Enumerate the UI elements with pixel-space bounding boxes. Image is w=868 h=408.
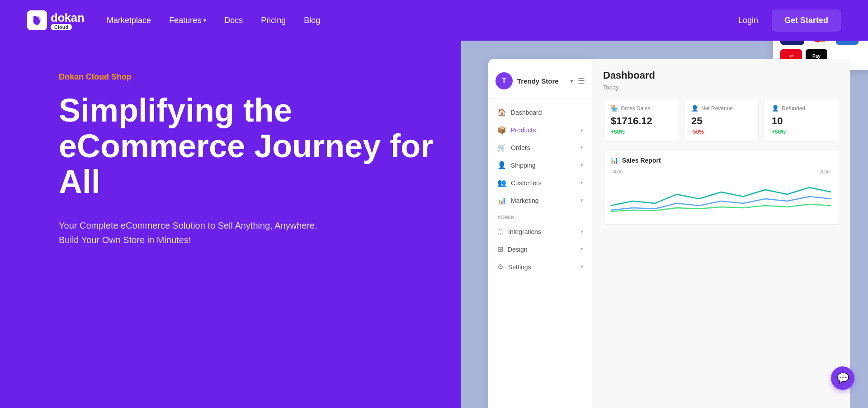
sidebar-item-customers[interactable]: 👥 Customers ▾ bbox=[492, 174, 589, 192]
sidebar-item-products[interactable]: 📦 Products ▴ bbox=[492, 121, 589, 139]
customers-chevron-icon: ▾ bbox=[580, 180, 583, 186]
orders-chevron-icon: ▾ bbox=[580, 145, 583, 150]
integrations-chevron-icon: ▾ bbox=[580, 229, 583, 234]
customers-icon: 👥 bbox=[497, 178, 506, 187]
sidebar-label-customers: Customers bbox=[511, 179, 542, 187]
logo-icon bbox=[27, 10, 47, 30]
hero-label: Dokan Cloud Shop bbox=[59, 72, 434, 82]
store-chevron-icon: ▾ bbox=[570, 77, 573, 84]
gross-sales-change: +50% bbox=[611, 129, 670, 135]
sidebar-item-integrations[interactable]: ⬡ Integrations ▾ bbox=[492, 223, 589, 240]
today-label: Today bbox=[603, 84, 839, 91]
nav-marketplace[interactable]: Marketplace bbox=[107, 16, 151, 25]
dashboard-title: Dashboard bbox=[603, 70, 839, 81]
orders-icon: 🛒 bbox=[497, 143, 506, 152]
store-header[interactable]: T Trendy Store ▾ ☰ bbox=[488, 68, 592, 99]
sales-report-header: 📊 Sales Report bbox=[611, 157, 831, 164]
dashboard-mockup: T Trendy Store ▾ ☰ 🏠 Dashboard 📦 bbox=[488, 59, 850, 408]
sidebar: T Trendy Store ▾ ☰ 🏠 Dashboard 📦 bbox=[488, 59, 592, 408]
sidebar-label-dashboard: Dashboard bbox=[511, 109, 542, 116]
features-chevron-icon: ▾ bbox=[203, 17, 206, 23]
refunded-change: +50% bbox=[772, 129, 831, 135]
dashboard-icon: 🏠 bbox=[497, 108, 506, 117]
login-button[interactable]: Login bbox=[738, 16, 758, 25]
chart-y-4000: 4000 bbox=[613, 169, 623, 174]
main-nav: Marketplace Features ▾ Docs Pricing Blog bbox=[107, 16, 320, 25]
sidebar-label-settings: Settings bbox=[508, 263, 531, 271]
refunded-icon: 👤 bbox=[772, 105, 779, 112]
sales-chart bbox=[611, 176, 831, 212]
header-right: Login Get Started bbox=[738, 9, 841, 32]
get-started-button[interactable]: Get Started bbox=[772, 9, 841, 32]
marketing-icon: 📊 bbox=[497, 196, 506, 205]
sidebar-label-orders: Orders bbox=[511, 144, 530, 151]
admin-section-label: Admin bbox=[488, 209, 592, 223]
shipping-chevron-icon: ▾ bbox=[580, 162, 583, 168]
sidebar-label-marketing: Marketing bbox=[511, 197, 538, 204]
settings-icon: ⚙ bbox=[497, 263, 504, 271]
integrations-icon: ⬡ bbox=[497, 227, 504, 236]
hero-subtitle: Your Complete eCommerce Solution to Sell… bbox=[59, 218, 321, 247]
sales-report-label: Sales Report bbox=[622, 157, 661, 164]
sidebar-label-shipping: Shipping bbox=[511, 162, 536, 169]
sidebar-item-dashboard[interactable]: 🏠 Dashboard bbox=[492, 103, 589, 121]
gross-sales-value: $1716.12 bbox=[611, 115, 670, 127]
nav-features[interactable]: Features ▾ bbox=[169, 16, 206, 25]
menu-icon[interactable]: ☰ bbox=[578, 76, 585, 86]
chart-y-labels: 4000 3000 bbox=[611, 169, 831, 174]
design-icon: ⊞ bbox=[497, 245, 503, 253]
hero-title: Simplifying the eCommerce Journey for Al… bbox=[59, 93, 434, 200]
logo[interactable]: dokan Cloud bbox=[27, 10, 84, 30]
header-left: dokan Cloud Marketplace Features ▾ Docs … bbox=[27, 10, 320, 30]
logo-name: dokan bbox=[51, 11, 84, 25]
sidebar-item-design[interactable]: ⊞ Design ▾ bbox=[492, 240, 589, 258]
admin-nav: ⬡ Integrations ▾ ⊞ Design ▾ bbox=[488, 223, 592, 276]
marketing-chevron-icon: ▾ bbox=[580, 197, 583, 203]
gross-sales-icon: 🏪 bbox=[611, 105, 618, 112]
header: dokan Cloud Marketplace Features ▾ Docs … bbox=[0, 0, 868, 41]
settings-chevron-icon: ▾ bbox=[580, 264, 583, 270]
sidebar-nav: 🏠 Dashboard 📦 Products ▴ 🛒 bbox=[488, 103, 592, 209]
right-panel: Payment ⬜ VISA AMEX UP Pay bbox=[461, 0, 868, 408]
refunded-label: Refunded bbox=[782, 105, 805, 112]
stats-row: 🏪 Gross Sales $1716.12 +50% 👤 Net Revenu… bbox=[603, 98, 839, 142]
stat-net-revenue: 👤 Net Revenue 25 -50% bbox=[684, 98, 759, 142]
net-revenue-icon: 👤 bbox=[691, 105, 698, 112]
shipping-icon: 👤 bbox=[497, 161, 506, 169]
main-area: Dokan Cloud Shop Simplifying the eCommer… bbox=[0, 0, 868, 408]
sales-report-card: 📊 Sales Report 4000 3000 bbox=[603, 149, 839, 225]
chat-bubble-button[interactable]: 💬 bbox=[831, 366, 854, 390]
products-chevron-icon: ▴ bbox=[580, 127, 583, 133]
hero-section: Dokan Cloud Shop Simplifying the eCommer… bbox=[0, 0, 461, 408]
products-icon: 📦 bbox=[497, 126, 506, 134]
sidebar-label-products: Products bbox=[511, 127, 536, 134]
chart-y-3000: 3000 bbox=[820, 169, 830, 174]
sidebar-item-marketing[interactable]: 📊 Marketing ▾ bbox=[492, 192, 589, 209]
sidebar-item-shipping[interactable]: 👤 Shipping ▾ bbox=[492, 156, 589, 174]
net-revenue-change: -50% bbox=[691, 129, 751, 135]
sales-report-icon: 📊 bbox=[611, 157, 618, 164]
design-chevron-icon: ▾ bbox=[580, 246, 583, 252]
stat-gross-sales: 🏪 Gross Sales $1716.12 +50% bbox=[603, 98, 678, 142]
logo-text: dokan Cloud bbox=[51, 11, 84, 30]
stat-refunded: 👤 Refunded 10 +50% bbox=[764, 98, 839, 142]
nav-blog[interactable]: Blog bbox=[304, 16, 320, 25]
net-revenue-label: Net Revenue bbox=[701, 105, 733, 112]
dashboard-main: Dashboard Today 🏪 Gross Sales $1716.12 +… bbox=[592, 59, 850, 408]
chart-area bbox=[611, 176, 831, 217]
sidebar-label-integrations: Integrations bbox=[508, 228, 541, 235]
store-avatar: T bbox=[495, 72, 513, 89]
net-revenue-value: 25 bbox=[691, 115, 751, 127]
chat-icon: 💬 bbox=[837, 372, 849, 384]
sidebar-label-design: Design bbox=[508, 246, 528, 253]
sidebar-item-orders[interactable]: 🛒 Orders ▾ bbox=[492, 139, 589, 156]
sidebar-item-settings[interactable]: ⚙ Settings ▾ bbox=[492, 258, 589, 276]
store-name: Trendy Store bbox=[517, 77, 566, 85]
logo-badge: Cloud bbox=[51, 24, 72, 30]
gross-sales-label: Gross Sales bbox=[621, 105, 650, 112]
nav-docs[interactable]: Docs bbox=[224, 16, 243, 25]
nav-pricing[interactable]: Pricing bbox=[261, 16, 286, 25]
refunded-value: 10 bbox=[772, 115, 831, 127]
